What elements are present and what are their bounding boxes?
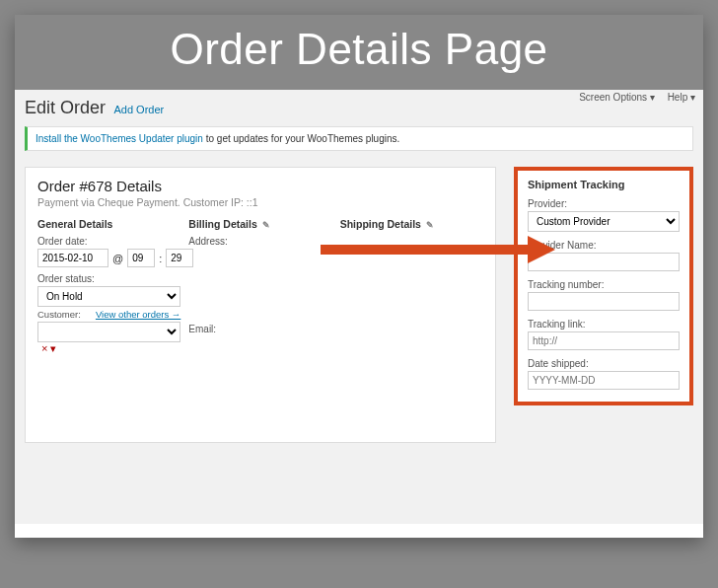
order-hour-input[interactable] [127,249,155,267]
content-body: Order #678 Details Payment via Cheque Pa… [25,167,693,514]
customer-select[interactable] [37,322,180,342]
order-date-input[interactable] [37,249,108,267]
email-label: Email: [188,324,331,334]
at-symbol: @ [112,253,123,264]
billing-details-col: Billing Details ✎ Address: Email: [188,218,331,355]
page-title: Edit Order [25,98,106,118]
order-date-label: Order date: [37,236,180,247]
address-label: Address: [188,236,331,247]
customer-row: Customer: View other orders → [37,309,180,320]
order-title: Order #678 Details [37,178,483,194]
tracking-link-label: Tracking link: [528,319,680,330]
app-frame: Order Details Page Screen Options ▾ Help… [15,15,703,538]
updater-notice: Install the WooThemes Updater plugin to … [25,126,693,151]
order-date-row: @ : [37,249,180,267]
edit-billing-icon[interactable]: ✎ [262,220,270,230]
highlight-arrow [321,236,555,263]
clear-customer-icon[interactable]: × ▾ [41,342,56,354]
banner-title: Order Details Page [170,25,547,73]
date-shipped-label: Date shipped: [528,358,680,369]
notice-text: to get updates for your WooThemes plugin… [203,133,399,144]
order-subtitle: Payment via Cheque Payment. Customer IP:… [37,196,483,208]
date-shipped-input[interactable] [528,371,680,390]
arrow-shaft [321,245,528,255]
arrow-head-icon [528,236,555,263]
screen-meta: Screen Options ▾ Help ▾ [569,92,695,103]
screen-options-toggle[interactable]: Screen Options ▾ [579,92,655,103]
shipment-tracking-panel: Shipment Tracking Provider: Custom Provi… [514,167,693,405]
general-details-header: General Details [37,218,180,230]
order-status-select[interactable]: On Hold [37,286,180,307]
edit-shipping-icon[interactable]: ✎ [426,220,434,230]
shipment-tracking-header: Shipment Tracking [528,179,680,190]
wp-admin-surface: Screen Options ▾ Help ▾ Edit Order Add O… [15,90,703,524]
billing-details-header: Billing Details ✎ [188,218,331,230]
tracking-link-input[interactable] [528,331,680,350]
shipping-header-text: Shipping Details [340,218,421,230]
provider-select[interactable]: Custom Provider [528,211,680,232]
provider-label: Provider: [528,198,680,209]
customer-label: Customer: [37,309,81,320]
tracking-number-input[interactable] [528,292,680,311]
tutorial-banner: Order Details Page [15,15,703,90]
tracking-number-label: Tracking number: [528,279,680,290]
general-details-col: General Details Order date: @ : Order st… [37,218,180,355]
help-toggle[interactable]: Help ▾ [668,92,695,103]
time-colon: : [159,253,162,264]
order-details-panel: Order #678 Details Payment via Cheque Pa… [25,167,496,443]
billing-header-text: Billing Details [188,218,256,230]
view-other-orders-link[interactable]: View other orders → [96,309,180,320]
add-order-link[interactable]: Add Order [113,104,164,115]
install-updater-link[interactable]: Install the WooThemes Updater plugin [36,133,203,144]
shipping-details-header: Shipping Details ✎ [340,218,483,230]
order-status-label: Order status: [37,273,180,284]
